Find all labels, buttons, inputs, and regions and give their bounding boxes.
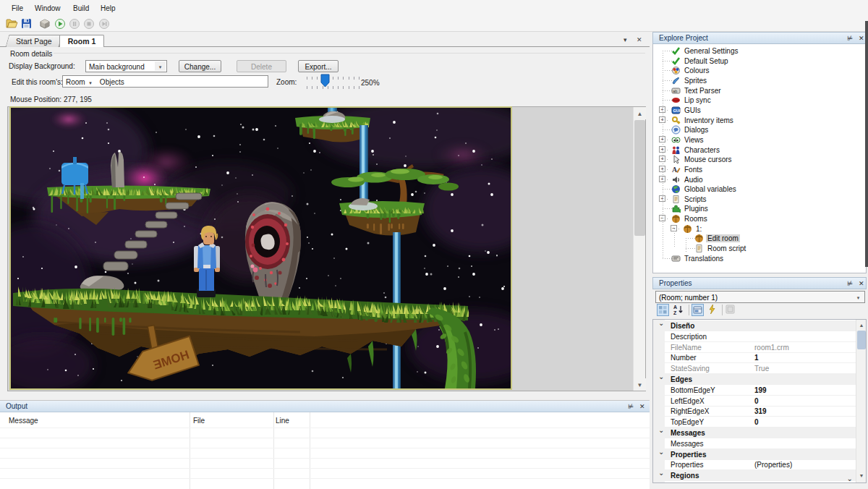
svg-text:GUI: GUI [673,109,680,113]
svg-text:A: A [673,305,677,310]
svg-text:Z: Z [673,310,677,315]
svg-text:ab: ab [673,88,677,93]
